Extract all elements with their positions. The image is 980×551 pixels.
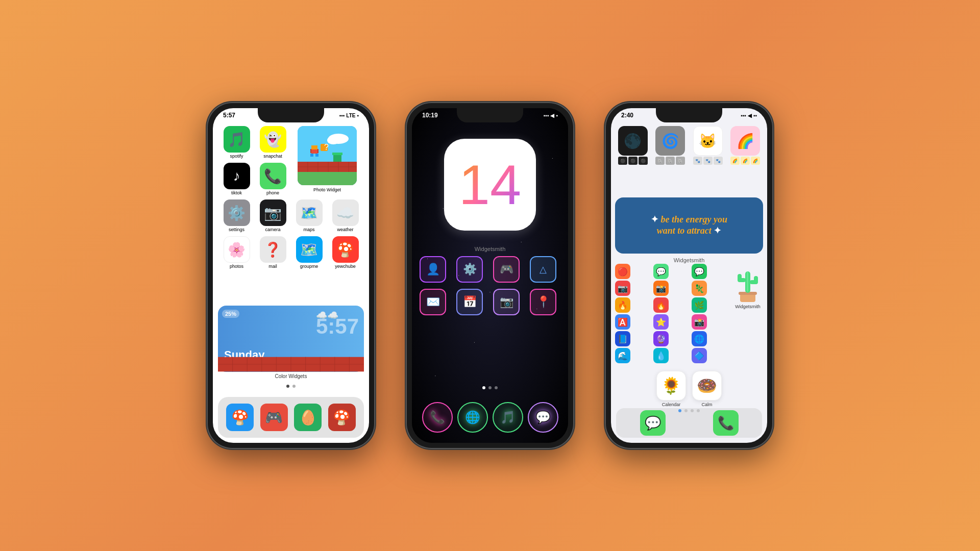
dock-item-1[interactable]: 🍄 xyxy=(226,404,254,431)
messages-dock-icon: 💬 xyxy=(535,410,551,424)
neon-phone-icon[interactable]: 📞 xyxy=(422,402,453,433)
mix-app-10[interactable]: 🅰️ xyxy=(615,314,630,330)
groupme-label: groupme xyxy=(300,264,318,269)
calm-app[interactable]: 🍩 Calm xyxy=(692,371,722,407)
app-mix-left: 🔴 💬 💬 📷 📸 🦎 🔥 🔥 🌿 🅰️ ⭐ 📸 📘 🔮 🌐 🌊 💧 🔷 xyxy=(615,264,728,363)
dock-phone-icon[interactable]: 📞 xyxy=(713,410,739,436)
icon-pack-2-sub: 🐘 🐘 🐘 xyxy=(655,157,685,165)
neon-app-5[interactable]: ✉️ xyxy=(420,289,446,315)
mix-app-3[interactable]: 💬 xyxy=(692,264,707,279)
neon-app-6[interactable]: 📅 xyxy=(456,289,483,315)
groupme-icon: 🗺️ xyxy=(300,241,318,258)
mix-app-12[interactable]: 📸 xyxy=(692,314,707,330)
mix-app-7[interactable]: 🔥 xyxy=(615,297,630,313)
status-time-2: 10:19 xyxy=(422,112,438,119)
yewchube-label: yewchube xyxy=(335,264,356,269)
mix-app-6[interactable]: 🦎 xyxy=(692,281,707,296)
neon-mail-icon: ✉️ xyxy=(426,295,440,309)
neon-app-7[interactable]: 📷 xyxy=(493,289,520,315)
dock-item-3[interactable]: 🥚 xyxy=(294,404,322,431)
mix-app-11[interactable]: ⭐ xyxy=(653,314,669,330)
dot-1 xyxy=(286,385,289,388)
dock-1: 🍄 🎮 🥚 🍄 xyxy=(218,397,364,438)
app-groupme[interactable]: 🗺️ groupme xyxy=(293,236,325,269)
app-camera[interactable]: 📷 camera xyxy=(257,199,289,232)
sub-icon: 🐾 xyxy=(703,157,713,165)
calendar-app[interactable]: 🌻 Calendar xyxy=(656,371,686,407)
status-time-1: 5:57 xyxy=(223,112,235,119)
wifi-icon-3: ◀ xyxy=(748,113,752,118)
sparkle-right: ✦ xyxy=(712,226,722,236)
mix-app-17[interactable]: 💧 xyxy=(653,348,669,363)
icon-pack-4[interactable]: 🌈 🌈 🌈 🌈 xyxy=(728,126,764,165)
app-yewchube[interactable]: 🍄 yewchube xyxy=(329,236,361,269)
phone-icon: 📞 xyxy=(264,168,282,185)
cactus-widget xyxy=(732,264,763,302)
mix-app-15[interactable]: 🌐 xyxy=(692,331,707,346)
icon-pack-3-sub: 🐾 🐾 🐾 xyxy=(693,157,723,165)
mix-app-1[interactable]: 🔴 xyxy=(615,264,630,279)
app-phone[interactable]: 📞 phone xyxy=(257,163,289,195)
neon-app-3[interactable]: 🎮 xyxy=(493,256,520,283)
app-spotify[interactable]: 🎵 spotify xyxy=(220,126,253,159)
spotify-dock-icon: 🎵 xyxy=(500,410,516,424)
dock-messages-icon[interactable]: 💬 xyxy=(640,410,666,436)
mix-app-2[interactable]: 💬 xyxy=(653,264,669,279)
neon-settings-icon: ⚙️ xyxy=(463,263,477,276)
dock-item-2[interactable]: 🎮 xyxy=(260,404,288,431)
sub-icon: ⚫ xyxy=(639,157,648,165)
dot-2-3 xyxy=(495,386,498,389)
wifi-icon-2: ◀ xyxy=(550,113,554,118)
photos-label: photos xyxy=(230,264,243,269)
app-mail[interactable]: ❓ mail xyxy=(257,236,289,269)
chrome-dock-icon: 🌐 xyxy=(465,410,480,424)
svg-rect-10 xyxy=(298,172,357,185)
mix-app-5[interactable]: 📸 xyxy=(653,281,669,296)
neon-spotify-icon[interactable]: 🎵 xyxy=(493,402,523,433)
app-mix-right: Widgetsmith xyxy=(732,264,763,363)
status-icons-2: ▪▪▪ ◀ ▪ xyxy=(544,113,558,118)
icon-pack-1[interactable]: 🌑 ⚫ ⚫ ⚫ xyxy=(615,126,651,165)
neon-app-4[interactable]: △ xyxy=(530,256,556,283)
page-dots-2 xyxy=(412,386,568,389)
app-photos[interactable]: 🌸 photos xyxy=(220,236,253,269)
mix-app-14[interactable]: 🔮 xyxy=(653,331,669,346)
app-tiktok[interactable]: ♪ tiktok xyxy=(220,163,253,195)
mix-app-8[interactable]: 🔥 xyxy=(653,297,669,313)
icon-pack-4-box: 🌈 xyxy=(730,126,760,156)
neon-app-8[interactable]: 📍 xyxy=(530,289,556,315)
dock-3: 💬 📞 xyxy=(616,408,762,438)
app-snapchat[interactable]: 👻 snapchat xyxy=(257,126,289,159)
page-dots-1 xyxy=(213,385,369,388)
sub-icon: 🐾 xyxy=(714,157,723,165)
icon-pack-3[interactable]: 🐱 🐾 🐾 🐾 xyxy=(690,126,726,165)
neon-chrome-icon[interactable]: 🌐 xyxy=(457,402,488,433)
app-settings[interactable]: ⚙️ settings xyxy=(220,199,253,232)
icon-pack-2[interactable]: 🌀 🐘 🐘 🐘 xyxy=(653,126,689,165)
tiktok-label: tiktok xyxy=(231,190,242,195)
neon-app-1[interactable]: 👤 xyxy=(420,256,446,283)
mix-app-18[interactable]: 🔷 xyxy=(692,348,707,363)
photo-widget[interactable]: ? Photo Widget xyxy=(293,126,361,195)
phone-2: 10:19 ▪▪▪ ◀ ▪ 14 Widgetsmith 👤 ⚙️ 🎮 xyxy=(406,102,574,449)
svg-rect-35 xyxy=(738,274,742,282)
maps-label: maps xyxy=(303,227,314,232)
app-weather[interactable]: ☁️ weather xyxy=(329,199,361,232)
mix-app-13[interactable]: 📘 xyxy=(615,331,630,346)
svg-point-2 xyxy=(327,136,339,144)
neon-dock: 📞 🌐 🎵 💬 xyxy=(420,402,560,433)
bottom-apps-row: 🌻 Calendar 🍩 Calm xyxy=(615,371,763,407)
dock-item-4[interactable]: 🍄 xyxy=(328,404,356,431)
sparkle-left: ✦ xyxy=(651,214,661,224)
sub-icon: 🐘 xyxy=(655,157,665,165)
icon-pack-4-sub: 🌈 🌈 🌈 xyxy=(730,157,760,165)
neon-messages-icon[interactable]: 💬 xyxy=(528,402,558,433)
lte-icon: LTE xyxy=(346,113,355,118)
mix-app-16[interactable]: 🌊 xyxy=(615,348,630,363)
mix-app-9[interactable]: 🌿 xyxy=(692,297,707,313)
photo-widget-label: Photo Widget xyxy=(313,187,341,192)
phone-icon-3: 📞 xyxy=(718,415,734,431)
mix-app-4[interactable]: 📷 xyxy=(615,281,630,296)
app-maps[interactable]: 🗺️ maps xyxy=(293,199,325,232)
neon-app-2[interactable]: ⚙️ xyxy=(456,256,483,283)
